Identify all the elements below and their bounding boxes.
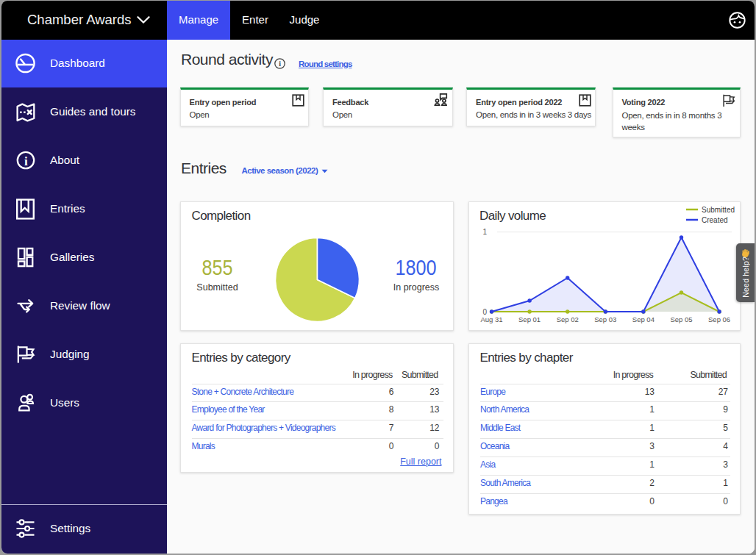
svg-text:Sep 04: Sep 04	[632, 315, 655, 323]
svg-text:Sep 01: Sep 01	[518, 315, 541, 323]
svg-text:Sep 06: Sep 06	[708, 315, 730, 323]
svg-text:0: 0	[482, 308, 487, 316]
svg-text:Aug 31: Aug 31	[480, 315, 502, 323]
svg-text:Submitted: Submitted	[702, 206, 735, 214]
svg-text:1: 1	[482, 228, 487, 236]
svg-text:Created: Created	[702, 216, 728, 224]
svg-text:i: i	[24, 154, 28, 168]
svg-text:Sep 05: Sep 05	[670, 315, 692, 323]
svg-text:Sep 03: Sep 03	[594, 315, 616, 323]
svg-text:Sep 02: Sep 02	[557, 315, 579, 323]
svg-text:i: i	[279, 60, 281, 68]
